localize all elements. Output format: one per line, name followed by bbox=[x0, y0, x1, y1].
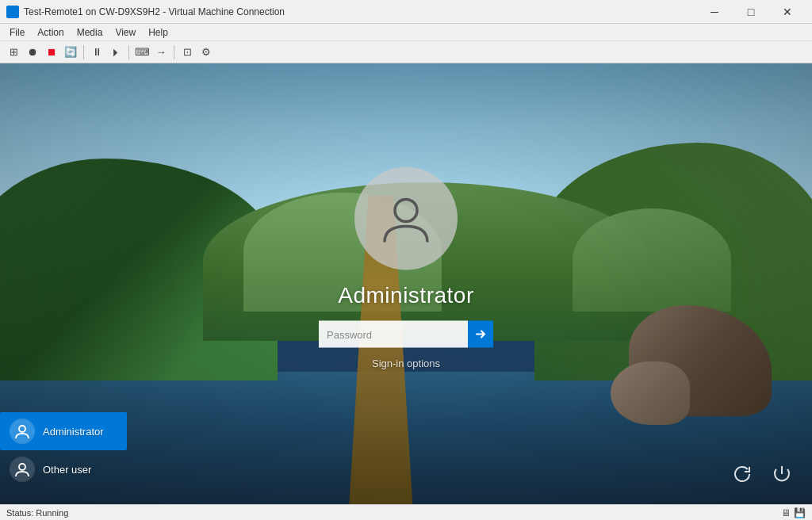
app-icon bbox=[6, 6, 19, 18]
login-container: Administrator Sign-in options bbox=[271, 167, 541, 369]
user-icon-sm-admin bbox=[14, 423, 30, 439]
close-button[interactable]: ✕ bbox=[769, 0, 806, 24]
menu-action[interactable]: Action bbox=[31, 25, 70, 40]
toolbar-btn-arrow[interactable]: → bbox=[152, 44, 170, 61]
refresh-icon[interactable] bbox=[728, 460, 756, 488]
toolbar-btn-record[interactable]: ⏺ bbox=[24, 44, 41, 61]
toolbar-btn-1[interactable]: ⊞ bbox=[5, 44, 22, 61]
toolbar-btn-settings[interactable]: ⚙ bbox=[197, 44, 215, 61]
password-input[interactable] bbox=[319, 321, 468, 348]
toolbar: ⊞ ⏺ ⏹ 🔄 ⏸ ⏵ ⌨ → ⊡ ⚙ bbox=[0, 41, 812, 63]
toolbar-btn-reset[interactable]: 🔄 bbox=[62, 44, 79, 61]
status-text: Status: Running bbox=[6, 508, 68, 518]
user-list-item-other[interactable]: Other user bbox=[0, 450, 127, 488]
power-icon[interactable] bbox=[768, 460, 796, 488]
toolbar-btn-stop[interactable]: ⏹ bbox=[43, 44, 60, 61]
maximize-button[interactable]: □ bbox=[733, 0, 769, 24]
toolbar-separator-3 bbox=[174, 45, 174, 59]
password-row bbox=[319, 321, 493, 348]
password-submit-button[interactable] bbox=[468, 321, 493, 348]
status-right: 🖥 💾 bbox=[781, 507, 806, 518]
svg-point-2 bbox=[19, 464, 25, 470]
status-bar: Status: Running 🖥 💾 bbox=[0, 504, 812, 520]
vm-display[interactable]: Administrator Sign-in options Administra… bbox=[0, 63, 812, 504]
menu-media[interactable]: Media bbox=[71, 25, 109, 40]
toolbar-btn-pause[interactable]: ⏸ bbox=[88, 44, 105, 61]
svg-point-0 bbox=[395, 200, 417, 222]
toolbar-separator-2 bbox=[128, 45, 129, 59]
menu-file[interactable]: File bbox=[3, 25, 31, 40]
username-display: Administrator bbox=[338, 283, 473, 308]
network-icon: 🖥 bbox=[781, 507, 791, 518]
user-name-other: Other user bbox=[43, 464, 91, 476]
hdd-icon: 💾 bbox=[794, 507, 806, 518]
user-icon bbox=[378, 191, 434, 247]
signin-options-link[interactable]: Sign-in options bbox=[372, 358, 440, 369]
svg-point-1 bbox=[19, 426, 25, 432]
user-list-item-administrator[interactable]: Administrator bbox=[0, 412, 127, 450]
menu-view[interactable]: View bbox=[109, 25, 142, 40]
menu-bar: File Action Media View Help bbox=[0, 24, 812, 41]
toolbar-btn-fullscreen[interactable]: ⊡ bbox=[178, 44, 196, 61]
bottom-right-controls bbox=[728, 460, 796, 488]
menu-help[interactable]: Help bbox=[142, 25, 174, 40]
user-avatar-other bbox=[10, 457, 35, 482]
user-avatar-administrator bbox=[10, 419, 35, 444]
toolbar-btn-play[interactable]: ⏵ bbox=[107, 44, 124, 61]
toolbar-separator-1 bbox=[83, 45, 84, 59]
avatar bbox=[354, 167, 458, 270]
arrow-right-icon bbox=[474, 328, 487, 341]
user-list: Administrator Other user bbox=[0, 412, 127, 488]
minimize-button[interactable]: ─ bbox=[696, 0, 733, 24]
user-name-administrator: Administrator bbox=[43, 426, 104, 438]
title-bar: Test-Remote1 on CW-D9XS9H2 - Virtual Mac… bbox=[0, 0, 812, 24]
user-icon-sm-other bbox=[14, 461, 30, 477]
window-controls: ─ □ ✕ bbox=[696, 0, 806, 24]
window-title: Test-Remote1 on CW-D9XS9H2 - Virtual Mac… bbox=[24, 6, 696, 17]
toolbar-btn-key[interactable]: ⌨ bbox=[133, 44, 151, 61]
